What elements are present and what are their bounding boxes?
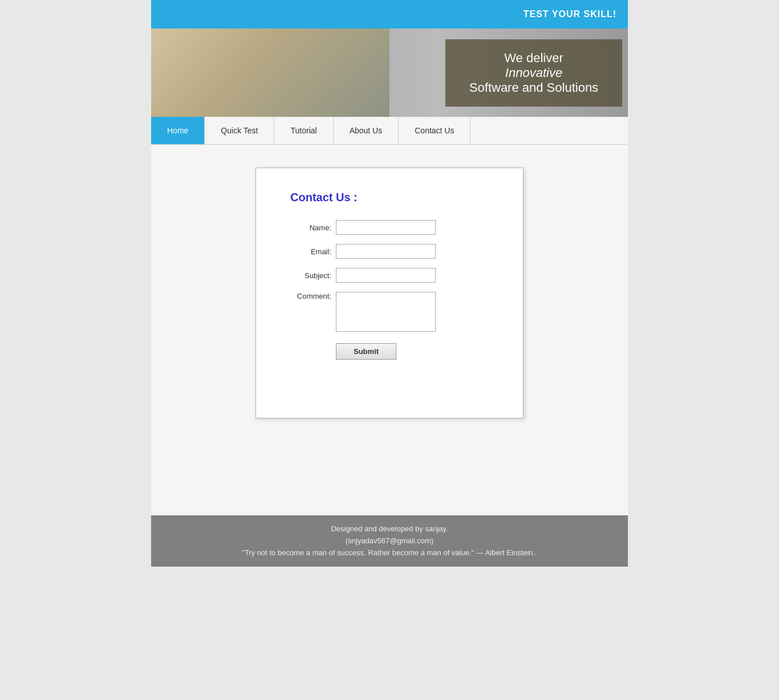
- email-input[interactable]: [336, 244, 436, 259]
- contact-heading: Contact Us :: [290, 191, 489, 204]
- comment-label: Comment:: [290, 292, 336, 300]
- email-label: Email:: [290, 247, 336, 256]
- footer-line2: (snjyadav567@gmail.com): [157, 535, 622, 547]
- hero-line2: Innovative: [462, 66, 605, 80]
- subject-label: Subject:: [290, 271, 336, 280]
- footer-line3: "Try not to become a man of success. Rat…: [157, 547, 622, 559]
- subject-input[interactable]: [336, 268, 436, 283]
- hero-line1: We deliver: [462, 51, 605, 66]
- nav-about-us[interactable]: About Us: [334, 117, 399, 144]
- nav-quick-test[interactable]: Quick Test: [205, 117, 274, 144]
- top-bar-title: TEST YOUR SKILL!: [524, 9, 616, 19]
- hero-line3: Software and Solutions: [462, 80, 605, 95]
- content-area: Contact Us : Name: Email: Subject: Comme…: [151, 145, 628, 515]
- hero-people-image: [151, 29, 390, 117]
- subject-row: Subject:: [290, 268, 489, 283]
- hero-banner: We deliver Innovative Software and Solut…: [151, 29, 628, 117]
- nav-contact-us[interactable]: Contact Us: [399, 117, 470, 144]
- top-bar: TEST YOUR SKILL!: [151, 0, 628, 29]
- submit-button[interactable]: Submit: [336, 343, 396, 360]
- hero-text-overlay: We deliver Innovative Software and Solut…: [445, 39, 622, 107]
- name-label: Name:: [290, 223, 336, 232]
- footer-line1: Designed and developed by sanjay.: [157, 523, 622, 535]
- contact-card: Contact Us : Name: Email: Subject: Comme…: [255, 168, 524, 418]
- name-row: Name:: [290, 220, 489, 235]
- navbar: Home Quick Test Tutorial About Us Contac…: [151, 117, 628, 145]
- comment-row: Comment:: [290, 292, 489, 332]
- name-input[interactable]: [336, 220, 436, 235]
- footer: Designed and developed by sanjay. (snjya…: [151, 515, 628, 567]
- comment-textarea[interactable]: [336, 292, 436, 332]
- email-row: Email:: [290, 244, 489, 259]
- nav-tutorial[interactable]: Tutorial: [274, 117, 333, 144]
- nav-home[interactable]: Home: [151, 117, 205, 144]
